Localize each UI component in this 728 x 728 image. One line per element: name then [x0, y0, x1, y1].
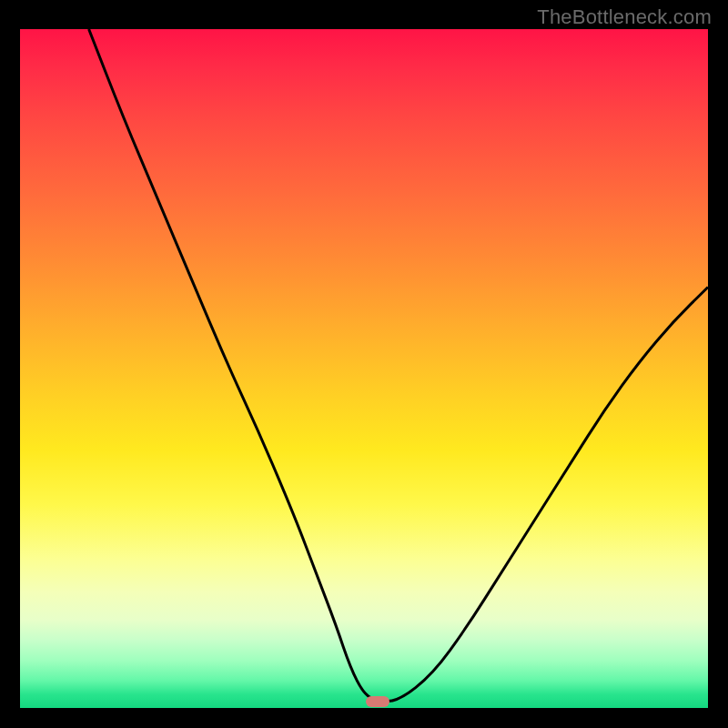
chart-frame: TheBottleneck.com [0, 0, 728, 728]
plot-area [20, 29, 708, 708]
bottleneck-curve [89, 29, 708, 702]
watermark-text: TheBottleneck.com [537, 5, 712, 29]
curve-svg [20, 29, 708, 708]
optimal-marker [366, 696, 389, 707]
